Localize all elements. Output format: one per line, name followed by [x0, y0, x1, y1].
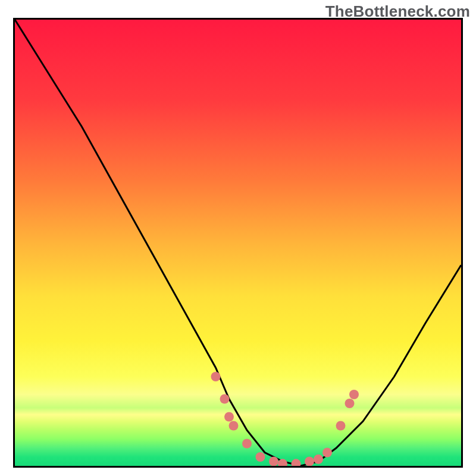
- chart-frame: TheBottleneck.com: [0, 0, 476, 476]
- curve-line: [15, 20, 461, 466]
- data-point-marker: [292, 459, 301, 466]
- data-point-marker: [314, 455, 323, 464]
- data-point-marker: [256, 452, 265, 462]
- data-point-marker: [220, 394, 230, 404]
- bottleneck-curve: [15, 20, 461, 466]
- data-point-marker: [336, 421, 346, 431]
- curve-markers: [211, 372, 359, 466]
- data-point-marker: [305, 457, 314, 466]
- data-point-marker: [211, 372, 221, 381]
- data-point-marker: [224, 412, 234, 422]
- data-point-marker: [349, 390, 359, 399]
- data-point-marker: [345, 399, 355, 408]
- data-point-marker: [242, 439, 252, 449]
- plot-area: [13, 18, 463, 468]
- data-point-marker: [322, 448, 332, 458]
- data-point-marker: [229, 421, 239, 431]
- data-point-marker: [269, 457, 278, 466]
